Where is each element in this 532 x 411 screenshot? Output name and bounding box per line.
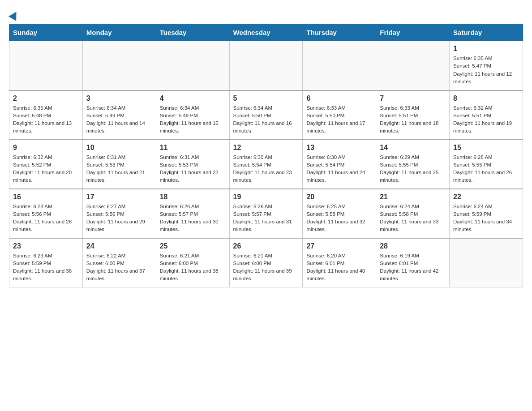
calendar-day-cell: 7Sunrise: 6:33 AM Sunset: 5:51 PM Daylig… [376,90,450,140]
calendar-day-cell: 17Sunrise: 6:27 AM Sunset: 5:56 PM Dayli… [82,189,156,238]
day-info: Sunrise: 6:32 AM Sunset: 5:52 PM Dayligh… [13,154,79,184]
day-number: 6 [306,94,372,103]
day-info: Sunrise: 6:35 AM Sunset: 5:48 PM Dayligh… [13,104,79,135]
day-info: Sunrise: 6:24 AM Sunset: 5:58 PM Dayligh… [380,203,446,234]
calendar-day-cell: 16Sunrise: 6:28 AM Sunset: 5:56 PM Dayli… [9,189,83,238]
calendar-day-cell: 12Sunrise: 6:30 AM Sunset: 5:54 PM Dayli… [229,140,303,189]
calendar-day-cell: 2Sunrise: 6:35 AM Sunset: 5:48 PM Daylig… [9,90,83,140]
day-info: Sunrise: 6:33 AM Sunset: 5:51 PM Dayligh… [380,104,446,135]
calendar-week-row: 1Sunrise: 6:35 AM Sunset: 5:47 PM Daylig… [9,41,523,90]
day-number: 25 [160,242,226,250]
calendar-day-cell: 15Sunrise: 6:28 AM Sunset: 5:55 PM Dayli… [450,140,523,189]
day-number: 1 [453,45,519,53]
day-info: Sunrise: 6:31 AM Sunset: 5:53 PM Dayligh… [86,154,152,184]
day-number: 21 [380,193,446,201]
day-number: 14 [380,144,446,152]
calendar-day-cell [303,41,376,90]
calendar-day-cell: 24Sunrise: 6:22 AM Sunset: 6:00 PM Dayli… [82,238,156,287]
day-info: Sunrise: 6:19 AM Sunset: 6:01 PM Dayligh… [380,252,446,283]
day-number: 23 [13,242,79,250]
day-number: 2 [13,94,79,103]
day-info: Sunrise: 6:31 AM Sunset: 5:53 PM Dayligh… [160,154,226,184]
day-info: Sunrise: 6:21 AM Sunset: 6:00 PM Dayligh… [160,252,226,283]
calendar-day-cell: 28Sunrise: 6:19 AM Sunset: 6:01 PM Dayli… [376,238,450,287]
day-info: Sunrise: 6:26 AM Sunset: 5:57 PM Dayligh… [233,203,299,234]
calendar-header-saturday: Saturday [450,24,523,41]
calendar-header-sunday: Sunday [9,24,83,41]
calendar-day-cell: 21Sunrise: 6:24 AM Sunset: 5:58 PM Dayli… [376,189,450,238]
day-number: 17 [86,193,152,201]
calendar-header-monday: Monday [82,24,156,41]
calendar-header-tuesday: Tuesday [156,24,229,41]
calendar-day-cell: 20Sunrise: 6:25 AM Sunset: 5:58 PM Dayli… [303,189,376,238]
calendar-day-cell [9,41,83,90]
day-number: 9 [13,144,79,152]
day-number: 15 [453,144,519,152]
calendar-table: SundayMondayTuesdayWednesdayThursdayFrid… [9,24,523,287]
day-info: Sunrise: 6:28 AM Sunset: 5:56 PM Dayligh… [13,203,79,234]
calendar-day-cell [156,41,229,90]
calendar-day-cell: 23Sunrise: 6:23 AM Sunset: 5:59 PM Dayli… [9,238,83,287]
calendar-week-row: 9Sunrise: 6:32 AM Sunset: 5:52 PM Daylig… [9,140,523,189]
day-info: Sunrise: 6:33 AM Sunset: 5:50 PM Dayligh… [306,104,372,135]
day-number: 11 [160,144,226,152]
day-info: Sunrise: 6:23 AM Sunset: 5:59 PM Dayligh… [13,252,79,283]
day-number: 16 [13,193,79,201]
day-number: 8 [453,94,519,103]
day-number: 27 [306,242,372,250]
day-info: Sunrise: 6:32 AM Sunset: 5:51 PM Dayligh… [453,104,519,135]
calendar-day-cell: 1Sunrise: 6:35 AM Sunset: 5:47 PM Daylig… [450,41,523,90]
day-info: Sunrise: 6:20 AM Sunset: 6:01 PM Dayligh… [306,252,372,283]
calendar-day-cell: 22Sunrise: 6:24 AM Sunset: 5:59 PM Dayli… [450,189,523,238]
day-info: Sunrise: 6:30 AM Sunset: 5:54 PM Dayligh… [233,154,299,184]
calendar-day-cell: 8Sunrise: 6:32 AM Sunset: 5:51 PM Daylig… [450,90,523,140]
day-number: 18 [160,193,226,201]
day-number: 4 [160,94,226,103]
calendar-week-row: 16Sunrise: 6:28 AM Sunset: 5:56 PM Dayli… [9,189,523,238]
calendar-day-cell [82,41,156,90]
day-info: Sunrise: 6:26 AM Sunset: 5:57 PM Dayligh… [160,203,226,234]
calendar-day-cell [376,41,450,90]
page-header [9,9,523,19]
day-number: 28 [380,242,446,250]
day-info: Sunrise: 6:21 AM Sunset: 6:00 PM Dayligh… [233,252,299,283]
day-info: Sunrise: 6:35 AM Sunset: 5:47 PM Dayligh… [453,55,519,86]
calendar-day-cell: 25Sunrise: 6:21 AM Sunset: 6:00 PM Dayli… [156,238,229,287]
calendar-day-cell: 14Sunrise: 6:29 AM Sunset: 5:55 PM Dayli… [376,140,450,189]
day-number: 13 [306,144,372,152]
day-number: 10 [86,144,152,152]
calendar-header-wednesday: Wednesday [229,24,303,41]
calendar-header-friday: Friday [376,24,450,41]
calendar-day-cell: 26Sunrise: 6:21 AM Sunset: 6:00 PM Dayli… [229,238,303,287]
logo [9,9,20,19]
day-info: Sunrise: 6:30 AM Sunset: 5:54 PM Dayligh… [306,154,372,184]
day-number: 19 [233,193,299,201]
calendar-week-row: 2Sunrise: 6:35 AM Sunset: 5:48 PM Daylig… [9,90,523,140]
calendar-header-row: SundayMondayTuesdayWednesdayThursdayFrid… [9,24,523,41]
calendar-day-cell: 19Sunrise: 6:26 AM Sunset: 5:57 PM Dayli… [229,189,303,238]
day-info: Sunrise: 6:24 AM Sunset: 5:59 PM Dayligh… [453,203,519,234]
day-info: Sunrise: 6:22 AM Sunset: 6:00 PM Dayligh… [86,252,152,283]
day-number: 26 [233,242,299,250]
calendar-day-cell: 10Sunrise: 6:31 AM Sunset: 5:53 PM Dayli… [82,140,156,189]
day-info: Sunrise: 6:34 AM Sunset: 5:49 PM Dayligh… [86,104,152,135]
day-info: Sunrise: 6:34 AM Sunset: 5:50 PM Dayligh… [233,104,299,135]
calendar-day-cell: 27Sunrise: 6:20 AM Sunset: 6:01 PM Dayli… [303,238,376,287]
day-info: Sunrise: 6:25 AM Sunset: 5:58 PM Dayligh… [306,203,372,234]
day-number: 3 [86,94,152,103]
calendar-day-cell: 4Sunrise: 6:34 AM Sunset: 5:49 PM Daylig… [156,90,229,140]
day-number: 20 [306,193,372,201]
calendar-day-cell: 6Sunrise: 6:33 AM Sunset: 5:50 PM Daylig… [303,90,376,140]
day-number: 12 [233,144,299,152]
day-info: Sunrise: 6:28 AM Sunset: 5:55 PM Dayligh… [453,154,519,184]
calendar-week-row: 23Sunrise: 6:23 AM Sunset: 5:59 PM Dayli… [9,238,523,287]
calendar-day-cell [450,238,523,287]
day-number: 7 [380,94,446,103]
calendar-day-cell: 13Sunrise: 6:30 AM Sunset: 5:54 PM Dayli… [303,140,376,189]
day-number: 5 [233,94,299,103]
day-number: 22 [453,193,519,201]
calendar-header-thursday: Thursday [303,24,376,41]
day-info: Sunrise: 6:34 AM Sunset: 5:49 PM Dayligh… [160,104,226,135]
calendar-day-cell: 3Sunrise: 6:34 AM Sunset: 5:49 PM Daylig… [82,90,156,140]
calendar-day-cell: 5Sunrise: 6:34 AM Sunset: 5:50 PM Daylig… [229,90,303,140]
